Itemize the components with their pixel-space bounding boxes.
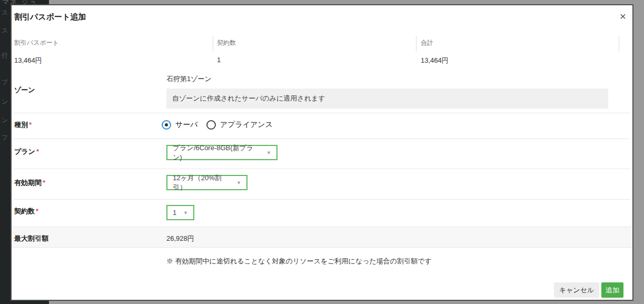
- count-label: 契約数*: [14, 207, 38, 216]
- count-select[interactable]: 1 ▼: [166, 205, 194, 220]
- sidebar-text-fragment: ス: [2, 8, 8, 17]
- zone-label: ゾーン: [14, 85, 35, 95]
- count-select-value: 1: [173, 209, 176, 217]
- summary-value-count: 1: [217, 56, 221, 64]
- radio-option-appliance-label: アプライアンス: [220, 120, 273, 130]
- type-label-text: 種別: [14, 121, 28, 129]
- type-label: 種別*: [14, 120, 32, 130]
- divider: [416, 36, 417, 52]
- caret-down-icon: ▼: [183, 210, 188, 215]
- divider: [14, 199, 630, 200]
- sidebar-text-fragment: 行: [2, 51, 8, 60]
- close-icon[interactable]: ×: [617, 11, 629, 22]
- required-mark: *: [43, 179, 45, 187]
- summary-value-total: 13,464円: [421, 56, 449, 65]
- radio-selected-icon: [162, 120, 171, 130]
- max-discount-value: 26,928円: [166, 234, 194, 243]
- required-mark: *: [36, 207, 38, 215]
- caret-down-icon: ▼: [266, 150, 271, 155]
- sidebar-text-fragment: ン: [2, 97, 8, 106]
- summary-header-total: 合計: [421, 38, 433, 47]
- period-select-value: 12ヶ月（20%割引）: [173, 173, 231, 192]
- divider: [14, 113, 630, 113]
- plan-select[interactable]: プラン/6Core-8GB(新プラン) ▼: [166, 145, 278, 160]
- divider: [213, 36, 213, 52]
- add-button[interactable]: 追加: [601, 282, 623, 298]
- required-mark: *: [29, 121, 32, 129]
- required-mark: *: [36, 148, 39, 155]
- caret-down-icon: ▼: [236, 180, 241, 185]
- radio-option-server[interactable]: サーバ: [162, 120, 198, 130]
- summary-header-count: 契約数: [217, 38, 236, 47]
- cancel-button[interactable]: キャンセル: [554, 282, 599, 298]
- zone-note: 自ゾーンに作成されたサーバのみに適用されます: [166, 89, 608, 109]
- discount-note: ※ 有効期間中に途切れることなく対象のリソースをご利用になった場合の割引額です: [166, 257, 432, 266]
- period-label-text: 有効期間: [14, 179, 42, 187]
- max-discount-label: 最大割引額: [14, 234, 48, 243]
- modal-title: 割引パスポート追加: [14, 12, 86, 22]
- radio-option-server-label: サーバ: [175, 120, 198, 130]
- plan-label: プラン*: [14, 147, 39, 156]
- period-label: 有効期間*: [14, 178, 45, 188]
- zone-value: 石狩第1ゾーン: [166, 74, 212, 84]
- radio-unselected-icon: [206, 120, 216, 130]
- radio-option-appliance[interactable]: アプライアンス: [206, 120, 273, 130]
- summary-header-passport: 割引パスポート: [14, 38, 59, 47]
- plan-label-text: プラン: [14, 148, 35, 155]
- divider: [14, 139, 630, 139]
- sidebar-text-fragment: プ: [2, 78, 8, 87]
- radio-dot: [165, 123, 168, 126]
- sidebar-text-fragment: フ: [2, 133, 8, 142]
- divider: [619, 36, 619, 52]
- summary-value-passport: 13,464円: [14, 56, 42, 65]
- max-discount-row: [12, 227, 632, 248]
- divider: [14, 169, 630, 169]
- sidebar-text-fragment: ン: [2, 116, 8, 125]
- sidebar-text-fragment: ス: [2, 26, 8, 35]
- type-radio-group: サーバ アプライアンス: [162, 119, 281, 131]
- plan-select-value: プラン/6Core-8GB(新プラン): [173, 143, 261, 162]
- count-label-text: 契約数: [14, 207, 35, 215]
- discount-passport-add-modal: 割引パスポート追加 × 割引パスポート 契約数 合計 13,464円 1 13,…: [11, 4, 633, 301]
- period-select[interactable]: 12ヶ月（20%割引） ▼: [166, 175, 247, 190]
